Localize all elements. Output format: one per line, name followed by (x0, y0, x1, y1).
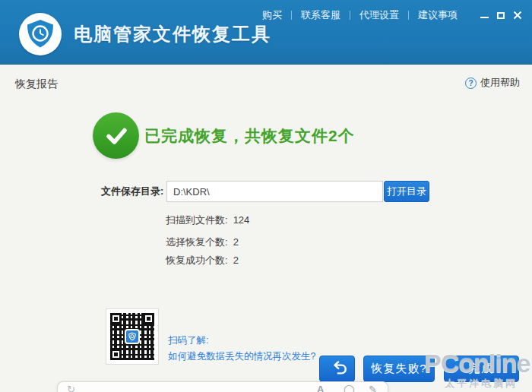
menu-separator (291, 11, 292, 20)
app-window: 电脑管家文件恢复工具 购买 联系客服 代理设置 建议事项 (0, 0, 532, 392)
page-title: 恢复报告 (15, 77, 58, 91)
help-icon: ? (465, 77, 477, 89)
titlebar: 电脑管家文件恢复工具 购买 联系客服 代理设置 建议事项 (0, 0, 532, 65)
brand: 电脑管家文件恢复工具 (19, 13, 271, 55)
qr-finder-icon (110, 313, 122, 324)
stat-selected-files: 选择恢复个数:2 (166, 236, 239, 249)
maximize-button[interactable] (494, 9, 508, 21)
qr-finder-icon (110, 349, 122, 360)
qr-shield-icon (125, 329, 140, 344)
background-toolbar: ↻ A ◯ ✎ (57, 381, 388, 392)
stat-value: 2 (233, 236, 239, 248)
qr-finder-icon (143, 313, 154, 324)
menu-separator (408, 11, 409, 20)
minimize-icon (480, 17, 489, 18)
stat-scanned-files: 扫描到文件数:124 (166, 213, 249, 227)
qr-link[interactable]: 如何避免数据丢失的情况再次发生? (168, 350, 315, 363)
close-icon (513, 11, 522, 20)
help-link[interactable]: ? 使用帮助 (465, 76, 520, 90)
done-button[interactable]: 完成 (444, 356, 519, 382)
back-button[interactable] (319, 356, 355, 382)
titlebar-menu: 购买 联系客服 代理设置 建议事项 (256, 7, 524, 24)
save-dir-label: 文件保存目录: (101, 185, 163, 198)
stat-value: 2 (233, 254, 239, 266)
stat-label: 扫描到文件数: (166, 214, 228, 226)
maximize-icon (497, 12, 505, 19)
menu-proxy-settings[interactable]: 代理设置 (353, 7, 405, 24)
menu-suggestions[interactable]: 建议事项 (412, 7, 464, 24)
undo-arrow-icon (328, 359, 347, 379)
menu-contact-support[interactable]: 联系客服 (295, 7, 347, 24)
minimize-button[interactable] (477, 9, 491, 21)
text-tool-icon[interactable]: A (317, 384, 324, 392)
window-controls (474, 9, 524, 21)
qr-caption: 扫码了解: (168, 334, 208, 347)
save-dir-input[interactable] (166, 181, 383, 202)
app-title: 电脑管家文件恢复工具 (74, 22, 271, 46)
success-check-icon (93, 112, 139, 159)
result-message: 已完成恢复，共恢复文件2个 (144, 125, 355, 147)
close-button[interactable] (511, 9, 524, 21)
stat-label: 恢复成功个数: (166, 254, 228, 266)
shape-tool-icon[interactable]: ◯ (344, 384, 355, 392)
menu-buy[interactable]: 购买 (256, 7, 288, 24)
recovery-failed-button[interactable]: 恢复失败? (363, 356, 435, 382)
stat-recovered-files: 恢复成功个数:2 (166, 254, 239, 267)
qr-code (106, 308, 159, 365)
app-logo-icon (19, 13, 62, 55)
stat-label: 选择恢复个数: (166, 236, 228, 248)
stat-value: 124 (233, 214, 250, 226)
pen-tool-icon[interactable]: ✎ (369, 384, 377, 392)
help-label: 使用帮助 (480, 76, 520, 90)
open-dir-button[interactable]: 打开目录 (384, 181, 429, 202)
redo-icon[interactable]: ↻ (67, 384, 75, 392)
menu-separator (350, 11, 350, 20)
